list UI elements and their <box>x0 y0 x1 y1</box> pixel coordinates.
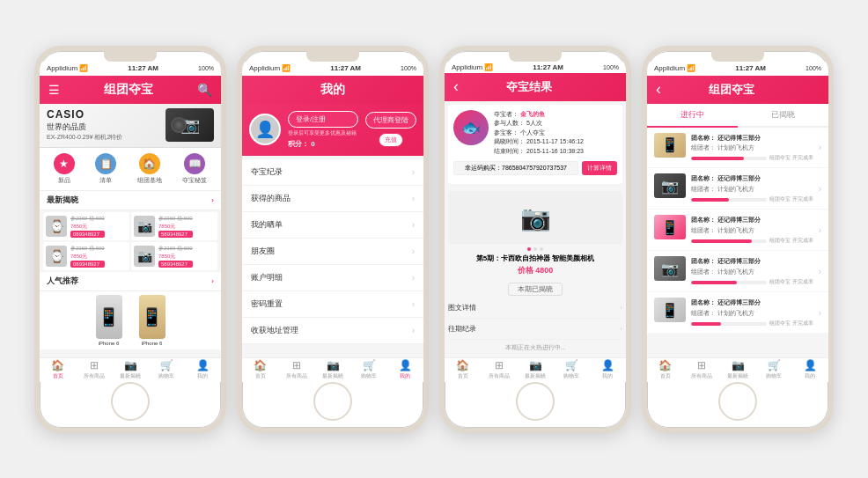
progress-row-3: 组团夺宝 开完成率 <box>691 237 813 246</box>
cart-label-1: 购物车 <box>158 372 174 380</box>
tab-ongoing[interactable]: 进行中 <box>647 104 738 128</box>
popular-product-1[interactable]: 📱 iPhone 6 <box>89 295 129 346</box>
group-item-2[interactable]: 📷 团名称： 还记得博三部分 组团者： 计划的飞机方 <box>647 168 828 210</box>
bottom-nav-my-1[interactable]: 👤 我的 <box>185 358 221 382</box>
nav-tips[interactable]: 📖 夺宝秘笈 <box>182 153 207 185</box>
nav-new[interactable]: ★ 新品 <box>54 153 75 185</box>
menu-item-products[interactable]: 获得的商品 › <box>242 186 423 212</box>
dot-3 <box>540 247 543 251</box>
watch-btn-1[interactable]: 089348927 <box>70 231 105 238</box>
nav-list[interactable]: 📋 清单 <box>95 153 116 185</box>
login-btn[interactable]: 代理商登陆 <box>365 112 416 129</box>
menu-account-label: 账户明细 <box>251 272 283 283</box>
bottom-nav-cart-3[interactable]: 🛒 购物车 <box>554 358 590 382</box>
org-label-3: 组团者： <box>691 227 716 233</box>
product-img-3: 📷 <box>448 191 622 244</box>
back-btn-3[interactable]: ‹ <box>453 77 459 96</box>
result-card: 🐟 夺宝者： 金飞的鱼 参与人数： 5人次 参宝客： 个人夺宝 <box>448 105 622 185</box>
mini-fill-3 <box>691 239 752 243</box>
bottom-nav-my-3[interactable]: 👤 我的 <box>590 358 626 382</box>
bottom-nav-new-2[interactable]: 📷 最新揭晓 <box>314 358 350 382</box>
group-item-1[interactable]: 📱 团名称： 还记得博三部分 组团者： 计划的飞机方 <box>647 128 828 169</box>
watch-btn-4[interactable]: 589348927 <box>158 261 193 268</box>
bottom-nav-new-4[interactable]: 📷 最新揭晓 <box>719 358 755 382</box>
watch-card-2[interactable]: 📷 参2369 稳:600 7850元 589348927 <box>131 212 217 240</box>
watch-price-4: 7850元 <box>158 253 193 261</box>
org-value-4: 计划的飞机方 <box>717 268 754 275</box>
menu-item-address[interactable]: 收获地址管理 › <box>242 318 423 344</box>
reveal-label: 揭晓时间： <box>494 138 525 144</box>
group-item-3[interactable]: 📱 团名称： 还记得博三部分 组团者： 计划的飞机方 <box>647 210 828 251</box>
menu-item-password[interactable]: 密码重置 › <box>242 291 423 318</box>
bottom-nav-all-1[interactable]: ⊞ 所有商品 <box>76 358 112 382</box>
bottom-nav-cart-1[interactable]: 🛒 购物车 <box>149 358 185 382</box>
bottom-nav-home-4[interactable]: 🏠 首页 <box>647 358 683 382</box>
time-2: 11:27 AM <box>330 64 361 72</box>
menu-item-account[interactable]: 账户明细 › <box>242 265 423 291</box>
watch-price-1: 7850元 <box>70 223 105 231</box>
bottom-nav-home-2[interactable]: 🏠 首页 <box>242 358 278 382</box>
menu-item-records[interactable]: 夺宝纪录 › <box>242 159 423 186</box>
bottom-nav-new-3[interactable]: 📷 最新揭晓 <box>517 358 553 382</box>
gname-value-4: 还记得博三部分 <box>717 258 761 264</box>
back-btn-4[interactable]: ‹ <box>656 80 661 99</box>
popular-more[interactable]: › <box>211 277 214 285</box>
watch-info-4: 参2369 稳:600 7850元 589348927 <box>158 245 193 268</box>
history-link[interactable]: 往期纪录 › <box>448 319 622 340</box>
bottom-nav-my-4[interactable]: 👤 我的 <box>792 358 828 382</box>
detail-link[interactable]: 图文详情 › <box>448 298 622 319</box>
watch-btn-2[interactable]: 589348927 <box>158 231 193 238</box>
app-header-3: ‹ 夺宝结果 <box>445 73 626 101</box>
popular-product-2[interactable]: 📱 iPhone 6 <box>132 295 172 346</box>
bottom-nav-cart-2[interactable]: 🛒 购物车 <box>351 358 387 382</box>
bottom-nav-all-4[interactable]: ⊞ 所有商品 <box>683 358 719 382</box>
chevron-address: › <box>412 326 415 335</box>
watch-info-2: 参2369 稳:600 7850元 589348927 <box>158 215 193 238</box>
cart-label-4: 购物车 <box>766 372 782 380</box>
bottom-nav-all-3[interactable]: ⊞ 所有商品 <box>481 358 517 382</box>
menu-password-label: 密码重置 <box>251 298 283 310</box>
period-finished: 本期已揭晓 <box>448 279 622 295</box>
menu-item-friends[interactable]: 朋友圈 › <box>242 239 423 265</box>
casio-brand: CASIO <box>47 108 122 121</box>
watch-card-4[interactable]: 📷 参2369 稳:600 7850元 589348927 <box>131 242 217 270</box>
recharge-btn[interactable]: 充值 <box>379 133 403 147</box>
nav-group[interactable]: 🏠 组团基地 <box>137 153 162 185</box>
calc-btn[interactable]: 计算详情 <box>582 161 617 175</box>
winner-name: 金飞的鱼 <box>520 111 545 117</box>
status-1: 组团夺宝 开完成率 <box>769 154 813 163</box>
cart-icon-4: 🛒 <box>768 359 781 371</box>
gname-label-5: 团名称： <box>691 299 716 305</box>
end-time: 2015-11-16 10:38:23 <box>526 148 584 154</box>
group-item-5[interactable]: 📱 团名称： 还记得博三部分 组团者： 计划的飞机方 <box>647 292 828 334</box>
menu-icon[interactable]: ☰ <box>48 83 60 97</box>
bottom-nav-2: 🏠 首页 ⊞ 所有商品 📷 最新揭晓 🛒 购物车 👤 我的 <box>242 357 423 382</box>
bottom-nav-home-3[interactable]: 🏠 首页 <box>445 358 481 382</box>
casio-banner: CASIO 世界的品质 EX-ZR400-0.29¥ 相机2特价 📷 <box>40 104 221 148</box>
bottom-nav-my-2[interactable]: 👤 我的 <box>387 358 423 382</box>
watch-btn-3[interactable]: 089348927 <box>70 261 105 268</box>
login-text: 登录/注册 <box>288 111 358 128</box>
watch-orig-3: 参2369 稳:600 <box>70 245 105 253</box>
phone-3: Applidium 📶 11:27 AM 100% ‹ 夺宝结果 🐟 夺宝者： <box>439 46 631 433</box>
bottom-nav-all-2[interactable]: ⊞ 所有商品 <box>278 358 314 382</box>
menu-item-orders[interactable]: 我的晒单 › <box>242 212 423 239</box>
product-name-3: 第5期：卡西欧自拍神器 智能美颜相机 <box>448 254 622 263</box>
carrier-1: Applidium <box>47 64 77 72</box>
watch-info-1: 参2369 稳:600 7850元 089348927 <box>70 215 105 238</box>
group-list: 📱 团名称： 还记得博三部分 组团者： 计划的飞机方 <box>647 128 828 382</box>
status-bar-1: Applidium 📶 11:27 AM 100% <box>40 62 221 76</box>
status-3: 组团夺宝 开完成率 <box>769 237 813 246</box>
bottom-nav-new-1[interactable]: 📷 最新揭晓 <box>112 358 148 382</box>
progress-row-5: 组团夺宝 开完成率 <box>691 320 813 328</box>
watch-card-1[interactable]: ⌚ 参2369 稳:600 7850元 089348927 <box>43 212 129 240</box>
bottom-nav-home-1[interactable]: 🏠 首页 <box>40 358 76 382</box>
watch-info-3: 参2369 稳:600 7850元 089348927 <box>70 245 105 268</box>
recent-more[interactable]: › <box>211 196 214 204</box>
tab-finished[interactable]: 已揭晓 <box>738 104 828 126</box>
bottom-nav-cart-4[interactable]: 🛒 购物车 <box>756 358 792 382</box>
search-icon-1[interactable]: 🔍 <box>197 83 212 97</box>
mini-progress-2 <box>691 198 767 202</box>
watch-card-3[interactable]: ⌚ 参2369 稳:600 7850元 089348927 <box>43 242 129 270</box>
group-item-4[interactable]: 📷 团名称： 还记得博三部分 组团者： 计划的飞机方 <box>647 251 828 292</box>
